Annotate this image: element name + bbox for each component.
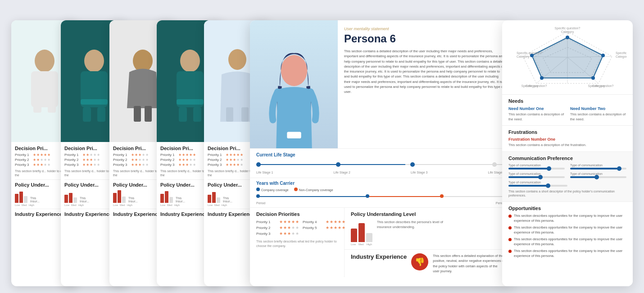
main-detail-card: User mentality statement Persona 6 This … — [250, 20, 511, 286]
svg-rect-7 — [83, 107, 91, 122]
comm-pref-section: Communication Preference Type of communi… — [502, 152, 633, 202]
dp-columns: Priority 1 ★★★★★ Priority 2 ★★★★★ — [256, 220, 338, 237]
svg-text:Category: Category — [561, 30, 574, 34]
need-2-name: Need Number Two — [570, 106, 626, 111]
svg-point-20 — [281, 55, 307, 86]
persona-name: Persona 6 — [344, 32, 505, 45]
svg-point-12 — [180, 50, 200, 72]
persona-description: This section contains a detailed descrip… — [344, 49, 505, 94]
need-2-desc: This section contains a description of t… — [570, 112, 626, 122]
years-carrier-section: Years with Carrier Company coverage Non-… — [250, 178, 511, 208]
main-scene: Decision Pri... Priority 1 ★★★★★ Priorit… — [11, 7, 633, 286]
svg-text:Specific question?: Specific question? — [555, 27, 581, 30]
thumbs-icon: 👎 — [411, 253, 428, 270]
opport-dot-1 — [508, 215, 512, 218]
svg-rect-16 — [193, 107, 201, 122]
needs-section: Needs Need Number One This section conta… — [502, 95, 633, 126]
svg-point-4 — [84, 50, 104, 72]
svg-rect-14 — [177, 99, 204, 105]
svg-point-0 — [35, 50, 54, 72]
opport-dot-3 — [508, 238, 512, 241]
svg-text:Category: Category — [526, 84, 539, 88]
frust-1-desc: This section contains a description of t… — [508, 143, 626, 148]
period-labels: Period Period — [256, 201, 505, 205]
bar-3 — [366, 233, 372, 242]
comm-title: Communication Preference — [508, 156, 626, 161]
dp-row-1: Priority 1 ★★★★★ — [256, 220, 299, 224]
dp-row-5: Priority 5 ★★★★★ — [303, 225, 345, 230]
bar-2 — [358, 223, 365, 242]
comm-row-3: Type of communication — [508, 172, 565, 178]
policy-desc: This section describes the persona's lev… — [377, 220, 444, 230]
need-1-name: Need Number One — [508, 106, 565, 111]
svg-rect-18 — [226, 107, 233, 122]
comm-desc: This section contains a short descriptor… — [508, 189, 626, 198]
opport-title: Opportunities — [508, 206, 626, 211]
needs-title: Needs — [508, 98, 626, 104]
dp-desc: This section briefly describes what led … — [256, 239, 338, 248]
thumbs-down-glyph: 👎 — [415, 257, 425, 267]
comm-row-1: Type of communication — [508, 164, 565, 169]
industry-section: Industry Experience 👎 This section offer… — [345, 250, 511, 277]
comm-rows: Type of communication Type of communicat… — [508, 164, 626, 187]
right-bottom-col: Policy Understanding Level This section … — [345, 208, 511, 277]
svg-point-17 — [228, 49, 246, 70]
svg-rect-11 — [145, 106, 152, 122]
opport-item-2: This section describes opportunities for… — [508, 225, 626, 235]
radar-chart: Specific question? Category Specific que… — [508, 25, 626, 88]
policy-content: This section describes the persona's lev… — [351, 220, 505, 242]
priority-label-1-2: Priority 2 — [15, 158, 33, 162]
priority-label-1-3: Priority 3 — [15, 163, 33, 167]
life-stage-title: Current Life Stage — [256, 152, 505, 157]
svg-point-34 — [540, 76, 544, 80]
main-avatar — [250, 20, 338, 148]
frust-title: Frustrations — [508, 129, 626, 135]
svg-text:Category: Category — [517, 55, 530, 59]
svg-marker-30 — [532, 37, 603, 78]
need-1-desc: This section contains a description of t… — [508, 112, 565, 122]
bar-1 — [351, 229, 357, 242]
svg-point-32 — [601, 54, 605, 57]
svg-point-31 — [566, 36, 569, 39]
persona-info: User mentality statement Persona 6 This … — [338, 20, 511, 148]
opport-item-4: This section describes opportunities for… — [508, 249, 626, 258]
frust-1-name: Frustration Number One — [508, 137, 626, 142]
svg-text:Specific question?: Specific question? — [616, 51, 626, 55]
frustrations-section: Frustrations Frustration Number One This… — [502, 126, 633, 152]
svg-rect-2 — [33, 90, 41, 113]
svg-point-33 — [591, 76, 595, 80]
card-bottom-section: Decision Priorities Priority 1 ★★★★★ Pri… — [250, 208, 511, 277]
carrier-track — [256, 193, 505, 201]
svg-rect-15 — [179, 107, 187, 122]
dp-row-3: Priority 3 ★★★★★ — [256, 231, 299, 236]
stars-1-2: ★★★★★ — [33, 158, 50, 162]
comm-row-4: Type of communication — [570, 172, 626, 178]
mentality-label: User mentality statement — [344, 27, 505, 31]
dp-row-2: Priority 2 ★★★★★ — [256, 225, 299, 230]
decision-priorities-section: Decision Priorities Priority 1 ★★★★★ Pri… — [250, 208, 345, 277]
comm-row-5: Type of communication — [508, 181, 626, 187]
dp-col-1: Priority 1 ★★★★★ Priority 2 ★★★★★ — [256, 220, 299, 237]
opport-item-3: This section describes opportunities for… — [508, 237, 626, 247]
life-stage-track — [256, 160, 505, 170]
industry-desc: This section offers a detailed explanati… — [433, 253, 505, 274]
dp-col-2: Priority 4 ★★★★★ Priority 5 ★★★★★ — [303, 220, 345, 237]
svg-rect-19 — [241, 107, 249, 122]
opport-text-4: This section describes opportunities for… — [514, 249, 626, 258]
policy-main-title: Policy Understanding Level — [351, 211, 505, 217]
policy-bars — [351, 220, 372, 242]
years-legend: Company coverage Non-Company coverage — [256, 188, 505, 192]
stars-1-1: ★★★★★ — [33, 153, 50, 157]
life-stage-labels: Life Stage 1 Life Stage 2 Life Stage 3 L… — [256, 171, 505, 174]
svg-text:Category: Category — [592, 84, 605, 88]
radar-section: Specific question? Category Specific que… — [502, 20, 633, 95]
svg-rect-21 — [287, 132, 301, 138]
opport-text-2: This section describes opportunities for… — [514, 225, 626, 235]
opport-text-3: This section describes opportunities for… — [514, 237, 626, 247]
priority-label-1-1: Priority 1 — [15, 153, 33, 157]
svg-rect-10 — [134, 106, 141, 122]
opport-text-1: This section describes opportunities for… — [514, 214, 626, 223]
needs-content: Need Number One This section contains a … — [508, 106, 626, 122]
svg-rect-3 — [48, 90, 56, 113]
opport-dot-4 — [508, 250, 512, 253]
